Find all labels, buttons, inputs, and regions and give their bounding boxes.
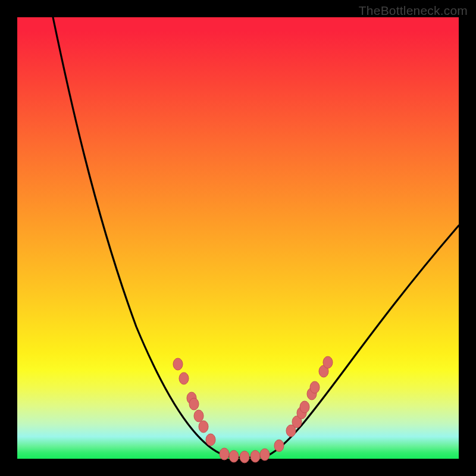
curve-marker (220, 448, 229, 460)
curve-marker (260, 449, 270, 461)
watermark-text: TheBottleneck.com (359, 4, 468, 18)
curve-marker (250, 450, 260, 462)
curve-layer (17, 17, 459, 459)
chart-frame: TheBottleneck.com (0, 0, 476, 476)
curve-marker (229, 450, 239, 462)
curve-marker (310, 381, 320, 393)
curve-marker (173, 358, 183, 370)
bottleneck-curve (53, 17, 459, 458)
curve-marker (199, 421, 208, 433)
curve-marker (323, 356, 333, 368)
curve-markers (173, 356, 333, 463)
curve-marker (206, 434, 215, 446)
curve-marker (274, 440, 284, 452)
plot-area (17, 17, 459, 459)
curve-marker (194, 410, 203, 422)
curve-marker (189, 398, 199, 410)
curve-marker (300, 401, 309, 413)
curve-marker (240, 451, 249, 463)
curve-marker (179, 372, 189, 384)
